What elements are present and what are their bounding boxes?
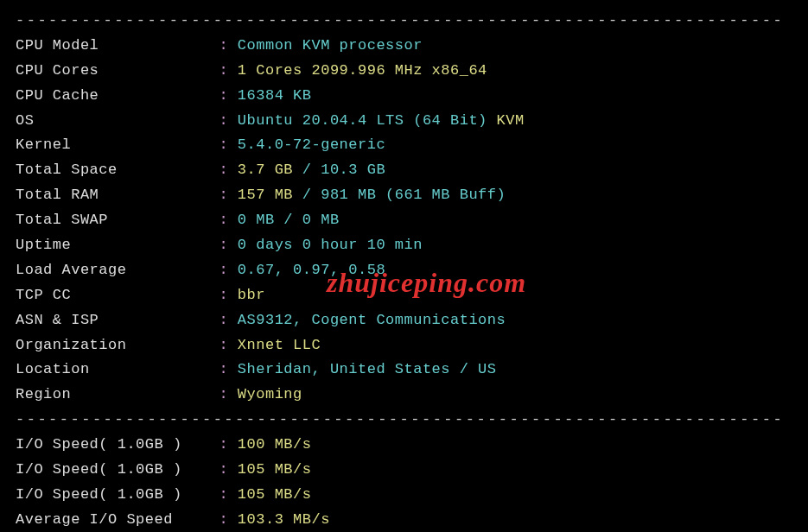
info-row: Total SWAP : 0 MB / 0 MB	[16, 208, 792, 233]
io-row: I/O Speed( 1.0GB ) : 105 MB/s	[16, 483, 792, 508]
row-label: Uptime	[16, 237, 210, 253]
row-value: Ubuntu 20.04.4 LTS (64 Bit)	[238, 112, 487, 129]
row-value: 16384 KB	[238, 87, 312, 104]
row-label: Average I/O Speed	[16, 511, 210, 528]
row-value: Xnnet LLC	[238, 337, 321, 353]
info-row: CPU Cores : 1 Cores 2099.996 MHz x86_64	[16, 59, 792, 84]
row-label: Load Average	[16, 262, 210, 278]
colon: :	[210, 287, 238, 303]
io-row: I/O Speed( 1.0GB ) : 105 MB/s	[16, 458, 792, 483]
row-value: 105 MB/s	[238, 486, 312, 503]
row-label: I/O Speed( 1.0GB )	[16, 486, 210, 503]
colon: :	[210, 386, 238, 402]
info-row: Organization : Xnnet LLC	[16, 333, 792, 358]
colon: :	[210, 486, 238, 503]
row-value: Sheridan, United States / US	[238, 361, 497, 377]
row-label: ASN & ISP	[16, 312, 210, 328]
row-label: Organization	[16, 337, 210, 353]
row-value: 100 MB/s	[238, 436, 312, 453]
io-row: I/O Speed( 1.0GB ) : 100 MB/s	[16, 433, 792, 458]
colon: :	[210, 112, 238, 129]
colon: :	[210, 212, 238, 228]
row-label: CPU Cores	[16, 62, 210, 79]
info-row: Location : Sheridan, United States / US	[16, 358, 792, 383]
row-value: Wyoming	[238, 386, 302, 402]
colon: :	[210, 361, 238, 377]
info-row: CPU Cache : 16384 KB	[16, 84, 792, 109]
colon: :	[210, 337, 238, 353]
row-label: I/O Speed( 1.0GB )	[16, 436, 210, 453]
row-label: CPU Model	[16, 37, 210, 54]
row-label: CPU Cache	[16, 87, 210, 104]
io-row: Average I/O Speed : 103.3 MB/s	[16, 508, 792, 532]
row-label: Region	[16, 386, 210, 402]
info-row: Total RAM : 157 MB / 981 MB (661 MB Buff…	[16, 183, 792, 208]
info-row: Total Space : 3.7 GB / 10.3 GB	[16, 158, 792, 183]
row-value: AS9312, Cogent Communications	[238, 312, 506, 328]
colon: :	[210, 436, 238, 453]
colon: :	[210, 87, 238, 104]
info-row: CPU Model : Common KVM processor	[16, 34, 792, 59]
info-row: Region : Wyoming	[16, 383, 792, 408]
colon: :	[210, 237, 238, 253]
row-label: Total Space	[16, 162, 210, 178]
colon: :	[210, 187, 238, 203]
colon: :	[210, 511, 238, 528]
row-value	[487, 112, 497, 129]
row-value: 0 days 0 hour 10 min	[238, 237, 423, 253]
colon: :	[210, 136, 238, 153]
row-value: Common KVM processor	[238, 37, 423, 54]
info-row: Uptime : 0 days 0 hour 10 min	[16, 233, 792, 258]
row-value: 105 MB/s	[238, 461, 312, 478]
row-value: bbr	[238, 287, 265, 303]
colon: :	[210, 162, 238, 178]
colon: :	[210, 461, 238, 478]
info-row: ASN & ISP : AS9312, Cogent Communication…	[16, 308, 792, 333]
row-label: Kernel	[16, 136, 210, 153]
row-value: 3.7 GB	[238, 162, 293, 178]
row-label: Location	[16, 361, 210, 377]
colon: :	[210, 62, 238, 79]
watermark-text: zhujiceping.com	[327, 259, 526, 306]
divider-line: ----------------------------------------…	[16, 9, 792, 34]
row-value: 5.4.0-72-generic	[238, 136, 385, 153]
row-value: / 10.3 GB	[293, 162, 385, 178]
colon: :	[210, 312, 238, 328]
colon: :	[210, 262, 238, 278]
row-label: OS	[16, 112, 210, 129]
row-value: 157 MB	[238, 187, 293, 203]
row-label: I/O Speed( 1.0GB )	[16, 461, 210, 478]
row-label: Total RAM	[16, 187, 210, 203]
divider-line: ----------------------------------------…	[16, 408, 792, 433]
info-row: OS : Ubuntu 20.04.4 LTS (64 Bit) KVM	[16, 109, 792, 134]
row-value: / 981 MB (661 MB Buff)	[293, 187, 506, 203]
row-value: 0 MB / 0 MB	[238, 212, 340, 228]
row-value: 103.3 MB/s	[238, 511, 330, 528]
colon: :	[210, 37, 238, 54]
row-label: Total SWAP	[16, 212, 210, 228]
row-label: TCP CC	[16, 287, 210, 303]
row-value: KVM	[497, 112, 525, 129]
info-row: Kernel : 5.4.0-72-generic	[16, 133, 792, 158]
row-value: 1 Cores 2099.996 MHz x86_64	[238, 62, 487, 79]
